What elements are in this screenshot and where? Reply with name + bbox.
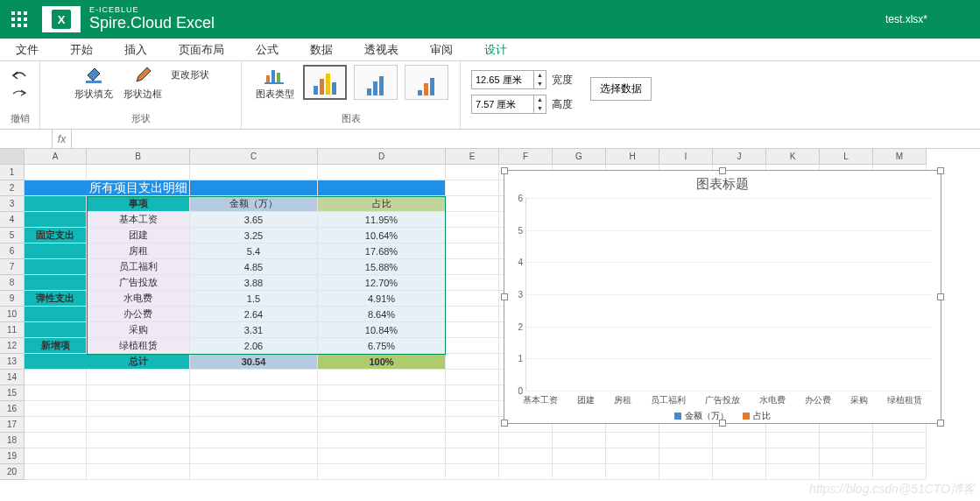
cell[interactable]: 事项 xyxy=(87,196,190,212)
cell[interactable]: 10.64% xyxy=(318,228,446,243)
shape-fill-button[interactable]: 形状填充 xyxy=(73,65,115,101)
cell[interactable] xyxy=(713,448,766,464)
cell[interactable] xyxy=(190,385,318,401)
cell[interactable]: 房租 xyxy=(87,243,190,259)
chart-title[interactable]: 图表标题 xyxy=(504,171,941,198)
cell[interactable] xyxy=(318,370,446,385)
cell[interactable]: 12.70% xyxy=(318,275,446,291)
cell[interactable] xyxy=(25,322,87,338)
chevron-up-icon[interactable]: ▲ xyxy=(534,95,546,104)
cell[interactable] xyxy=(446,291,499,307)
cell[interactable] xyxy=(446,165,499,180)
fx-icon[interactable]: fx xyxy=(53,130,72,148)
cell[interactable]: 广告投放 xyxy=(87,275,190,291)
row-header[interactable]: 9 xyxy=(0,291,25,307)
redo-icon[interactable] xyxy=(10,88,31,98)
menu-tab-7[interactable]: 审阅 xyxy=(414,39,469,60)
cell[interactable] xyxy=(318,417,446,433)
row-header[interactable]: 20 xyxy=(0,464,25,480)
menu-tab-1[interactable]: 开始 xyxy=(54,39,109,60)
chart-type-button[interactable]: 图表类型 xyxy=(254,65,296,101)
cell[interactable]: 总计 xyxy=(87,354,190,370)
row-header[interactable]: 10 xyxy=(0,307,25,322)
undo-button[interactable] xyxy=(0,65,41,98)
cell[interactable] xyxy=(766,448,820,464)
legend-item[interactable]: 占比 xyxy=(743,410,771,422)
row-header[interactable]: 1 xyxy=(0,165,25,180)
col-header[interactable]: K xyxy=(766,149,820,165)
col-header[interactable]: L xyxy=(820,149,873,165)
cell[interactable]: 3.25 xyxy=(190,228,318,243)
col-header[interactable]: E xyxy=(446,149,499,165)
cell[interactable] xyxy=(446,212,499,228)
cell[interactable]: 绿植租赁 xyxy=(87,338,190,354)
cell[interactable] xyxy=(25,180,87,196)
cell[interactable] xyxy=(25,354,87,370)
row-header[interactable]: 4 xyxy=(0,212,25,228)
cell[interactable]: 新增项 xyxy=(25,338,87,354)
cell[interactable] xyxy=(25,433,87,448)
cell[interactable]: 基本工资 xyxy=(87,212,190,228)
cell[interactable] xyxy=(553,448,606,464)
menu-tab-4[interactable]: 公式 xyxy=(240,39,294,60)
name-box[interactable] xyxy=(0,130,53,148)
cell[interactable] xyxy=(25,370,87,385)
cell[interactable]: 占比 xyxy=(318,196,446,212)
cell[interactable]: 3.88 xyxy=(190,275,318,291)
row-header[interactable]: 8 xyxy=(0,275,25,291)
row-header[interactable]: 3 xyxy=(0,196,25,212)
cell[interactable]: 4.85 xyxy=(190,259,318,275)
row-header[interactable]: 6 xyxy=(0,243,25,259)
col-header[interactable]: M xyxy=(873,149,927,165)
cell[interactable] xyxy=(190,180,318,196)
cell[interactable] xyxy=(446,385,499,401)
cell[interactable] xyxy=(499,464,553,480)
cell[interactable]: 弹性支出 xyxy=(25,291,87,307)
cell[interactable] xyxy=(25,165,87,180)
cell[interactable]: 4.91% xyxy=(318,291,446,307)
cell[interactable] xyxy=(87,385,190,401)
embedded-chart[interactable]: 图表标题 0123456 基本工资团建房租员工福利广告投放水电费办公费采购绿植租… xyxy=(504,170,941,424)
formula-input[interactable] xyxy=(72,130,980,148)
cell[interactable] xyxy=(659,464,713,480)
width-stepper[interactable]: ▲▼ xyxy=(471,70,546,89)
row-header[interactable]: 13 xyxy=(0,354,25,370)
cell[interactable] xyxy=(25,307,87,322)
row-header[interactable]: 15 xyxy=(0,385,25,401)
cell[interactable] xyxy=(446,196,499,212)
cell[interactable] xyxy=(25,243,87,259)
cell[interactable]: 办公费 xyxy=(87,307,190,322)
cell[interactable] xyxy=(499,448,553,464)
menu-tab-0[interactable]: 文件 xyxy=(0,39,54,60)
cell[interactable]: 5.4 xyxy=(190,243,318,259)
cell[interactable] xyxy=(87,464,190,480)
cell[interactable]: 所有项目支出明细 xyxy=(87,180,190,196)
cell[interactable] xyxy=(713,433,766,448)
cell[interactable] xyxy=(87,165,190,180)
cell[interactable] xyxy=(446,259,499,275)
cell[interactable] xyxy=(446,417,499,433)
cell[interactable] xyxy=(446,322,499,338)
cell[interactable] xyxy=(318,448,446,464)
cell[interactable] xyxy=(190,165,318,180)
cell[interactable] xyxy=(87,417,190,433)
cell[interactable] xyxy=(820,433,873,448)
select-all-corner[interactable] xyxy=(0,149,25,165)
cell[interactable] xyxy=(318,165,446,180)
cell[interactable] xyxy=(446,370,499,385)
menu-tab-8[interactable]: 设计 xyxy=(469,39,523,60)
cell[interactable] xyxy=(25,417,87,433)
cell[interactable] xyxy=(499,433,553,448)
cell[interactable] xyxy=(820,448,873,464)
select-data-button[interactable]: 选择数据 xyxy=(590,77,652,101)
cell[interactable] xyxy=(87,448,190,464)
cell[interactable] xyxy=(25,212,87,228)
cell[interactable]: 15.88% xyxy=(318,259,446,275)
cell[interactable]: 8.64% xyxy=(318,307,446,322)
cell[interactable] xyxy=(87,433,190,448)
cell[interactable]: 2.06 xyxy=(190,338,318,354)
cell[interactable]: 采购 xyxy=(87,322,190,338)
cell[interactable] xyxy=(606,433,659,448)
cell[interactable] xyxy=(766,433,820,448)
cell[interactable] xyxy=(318,385,446,401)
